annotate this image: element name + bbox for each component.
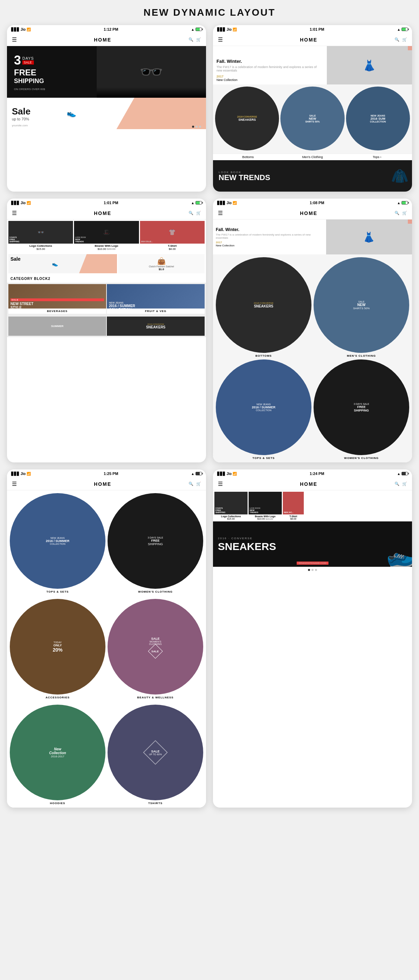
- dot-s-1: [308, 569, 310, 571]
- circle-item-sneakers: 2016·CONVERSE SNEAKERS BOTTOMS: [216, 257, 311, 357]
- sneakers-sub-6: 2016 · CONVERSE: [218, 537, 407, 540]
- glasses-image-1: 🕶️: [97, 46, 206, 98]
- sale-tag-1: SALE: [22, 60, 34, 65]
- menu-icon-3[interactable]: ☰: [12, 210, 17, 216]
- scroll-prod-1[interactable]: 3 DAYSFREESHIPPING Logo Collections $15.…: [214, 492, 248, 520]
- circle-summer-4: NEW JEANS 2016 / SUMMER COLLECTION: [216, 360, 311, 455]
- scroll-price-3: $8.00: [283, 517, 304, 520]
- sneaker-dots: [213, 567, 412, 573]
- shoes-visual: 👟: [67, 109, 76, 118]
- menu-icon-4[interactable]: ☰: [218, 210, 223, 216]
- search-icon-6[interactable]: 🔍: [395, 482, 400, 486]
- circle-tshirt-label-5: TSHIRTS: [108, 802, 203, 805]
- circle-accessories-5: TODAY ONLY 20% ACCESSORIES: [10, 599, 105, 699]
- search-icon-2[interactable]: 🔍: [395, 37, 400, 42]
- cart-icon-6[interactable]: 🛒: [402, 482, 407, 486]
- menu-icon-2[interactable]: ☰: [218, 36, 223, 43]
- nav-icons-2: 🔍 🛒: [395, 37, 407, 42]
- product-name-1: Logo Collections: [8, 244, 73, 247]
- carrier-2: Jio: [226, 27, 231, 32]
- nav-icons-1: 🔍 🛒: [188, 37, 201, 42]
- status-left-1: ▊▊▊ Jio 📶: [11, 27, 31, 32]
- nav-bar-4: ☰ HOME 🔍 🛒: [213, 207, 412, 220]
- search-icon-4[interactable]: 🔍: [395, 211, 400, 215]
- phone-6: ▊▊▊ Jio 📶 1:24 PM ▲ ☰ HOME 🔍 🛒: [213, 469, 412, 808]
- circle-womens-5: 3 DAYS SALE FREE SHIPPING WOMEN'S CLOTHI…: [108, 493, 203, 593]
- menu-icon-1[interactable]: ☰: [12, 36, 17, 43]
- cat-card-fruit[interactable]: NEW JEANS 2016 / SUMMERCOLLECTION FRUIT …: [107, 284, 205, 314]
- search-icon-5[interactable]: 🔍: [188, 482, 193, 486]
- cart-icon-4[interactable]: 🛒: [402, 211, 407, 215]
- nav-bar-1: ☰ HOME 🔍 🛒: [7, 33, 206, 46]
- nav-icons-4: 🔍 🛒: [395, 211, 407, 215]
- dot-2: [196, 126, 198, 128]
- circle-img-sneakers: 2016·CONVERSE SNEAKERS: [215, 87, 279, 150]
- page-title: NEW DYNAMIC LAYOUT: [143, 7, 276, 18]
- scroll-prod-img-3: NEW JAC...: [283, 492, 304, 514]
- nav-bar-2: ☰ HOME 🔍 🛒: [213, 33, 412, 46]
- scroll-name-3: T-Shirt: [283, 515, 304, 517]
- lookbook-title: NEW TRENDS: [218, 174, 406, 181]
- cart-icon-2[interactable]: 🛒: [402, 37, 407, 42]
- status-bar-1: ▊▊▊ Jio 📶 1:12 PM ▲: [7, 25, 206, 33]
- cat-card-beverages[interactable]: SALE NEW STREETSTYLE GET IT ON BRANDNAME…: [8, 284, 106, 314]
- battery-1: [196, 27, 202, 31]
- sale-banner-small: Sale 👟: [8, 254, 117, 273]
- carrier-6: Jio: [226, 472, 231, 476]
- circle-label-mens: MEN'S CLOTHING: [314, 354, 409, 357]
- cart-icon-5[interactable]: 🛒: [196, 482, 201, 486]
- location-icon-2: ▲: [397, 27, 400, 32]
- product-3[interactable]: 2016 COLLE... 👕 T-Shirt $8.00: [140, 221, 205, 251]
- circles-bot-5: New Collection 2016-2017 HOODIES SALE UP…: [7, 702, 206, 808]
- cart-icon-3[interactable]: 🛒: [196, 211, 201, 215]
- phones-grid: ▊▊▊ Jio 📶 1:12 PM ▲ ☰ HOME 🔍 🛒 3: [7, 25, 412, 808]
- status-right-1: ▲: [191, 27, 202, 32]
- nav-icons-3: 🔍 🛒: [188, 211, 201, 215]
- scroll-prod-2[interactable]: LOOK BOOK NEWTRENDS Beanie With Logo $10…: [249, 492, 282, 520]
- circles-mid-5: TODAY ONLY 20% ACCESSORIES SALE WOMEN'S …: [7, 596, 206, 702]
- new-coll-label-2: New Collection: [217, 78, 237, 82]
- fashion-icon-2: 👗: [363, 59, 376, 72]
- circle-beauty-label-5: BEAUTY & WELLNESS: [108, 696, 203, 699]
- status-right-4: ▲: [397, 201, 408, 205]
- menu-icon-5[interactable]: ☰: [12, 480, 17, 487]
- product-price-1: $15.00: [8, 247, 73, 251]
- product-2[interactable]: LOOK BOOK NEWTRENDS 🎩 Beanie With Logo $…: [74, 221, 139, 251]
- carrier-1: Jio: [21, 27, 25, 32]
- product-1[interactable]: 3 DAYSFREESHIPPING 👓 Logo Collections $1…: [8, 221, 73, 251]
- hero-section-2: Fall. Winter. The FW17 is a celebration …: [213, 46, 412, 84]
- year-badge-2: 2017: [217, 75, 237, 78]
- glasses-icon-1: 🕶️: [139, 61, 163, 83]
- shipping-label: SHIPPING: [14, 78, 45, 85]
- hero-img-2: 👗: [327, 46, 412, 84]
- time-5: 1:25 PM: [104, 471, 118, 476]
- categories-row-2: Bottoms Men's Clothing Tops ›: [213, 154, 412, 160]
- circle-hoodies-5: New Collection 2016-2017 HOODIES: [10, 705, 105, 805]
- phone-3: ▊▊▊ Jio 📶 1:01 PM ▲ ☰ HOME 🔍 🛒: [7, 199, 206, 463]
- pink-accent-4: [408, 220, 412, 224]
- product-img-2: LOOK BOOK NEWTRENDS 🎩: [74, 221, 139, 243]
- scroll-products-6[interactable]: 3 DAYSFREESHIPPING Logo Collections $15.…: [213, 490, 412, 522]
- cat-tops[interactable]: Tops ›: [345, 155, 409, 159]
- circle-free-4: 3 DAYS SALE FREE SHIPPING: [314, 360, 409, 455]
- dot-3: [199, 126, 201, 128]
- circle-tops-img-5: NEW JEANS 2016 / SUMMER COLLECTION: [10, 493, 105, 589]
- search-icon-1[interactable]: 🔍: [188, 37, 193, 42]
- status-left-5: ▊▊▊ Jio 📶: [11, 472, 31, 476]
- hero-section-4: Fall. Winter. The FW17 is a celebration …: [213, 220, 412, 255]
- free-label: FREE: [14, 68, 45, 78]
- location-icon-6: ▲: [397, 472, 400, 476]
- scroll-name-2: Beanie With Logo: [249, 515, 282, 517]
- circles-row-2: 2016·CONVERSE SNEAKERS SALE NEW SHIRTS 5…: [213, 84, 412, 154]
- time-2: 1:01 PM: [310, 27, 324, 32]
- nav-title-6: HOME: [300, 481, 317, 487]
- status-bar-3: ▊▊▊ Jio 📶 1:01 PM ▲: [7, 199, 206, 207]
- cat-bottoms[interactable]: Bottoms: [216, 155, 280, 159]
- cart-icon-1[interactable]: 🛒: [196, 37, 201, 42]
- status-left-6: ▊▊▊ Jio 📶: [217, 472, 237, 476]
- menu-icon-6[interactable]: ☰: [218, 480, 223, 487]
- search-icon-3[interactable]: 🔍: [188, 211, 193, 215]
- cat-mens[interactable]: Men's Clothing: [280, 155, 345, 159]
- scroll-prod-3[interactable]: NEW JAC... T-Shirt $8.00: [283, 492, 304, 520]
- nav-icons-6: 🔍 🛒: [395, 482, 407, 486]
